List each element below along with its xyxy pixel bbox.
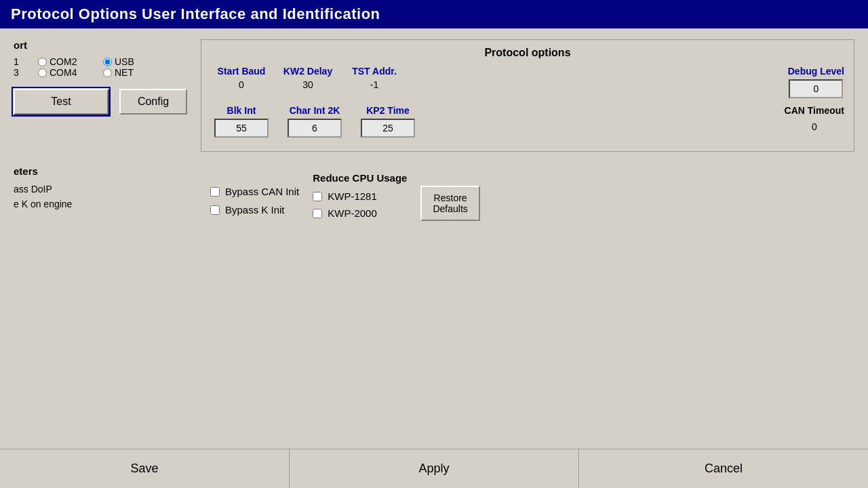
- kwp2000-checkbox[interactable]: [313, 209, 322, 218]
- protocol-row-1: Start Baud 0 KW2 Delay 30 TST Addr. -1 D…: [211, 66, 844, 98]
- can-timeout-col: CAN Timeout 0: [785, 105, 844, 135]
- start-baud-value: 0: [239, 79, 244, 90]
- apply-button[interactable]: Apply: [290, 449, 579, 488]
- kw2-delay-value: 30: [302, 79, 313, 90]
- middle-section: eters ass DoIP e K on engine Bypass CAN …: [14, 165, 854, 224]
- port-row-1: 1 COM2 USB: [14, 56, 187, 67]
- bottom-buttons: Save Apply Cancel: [0, 449, 868, 488]
- page-title: Protocol Options User Interface and Iden…: [11, 5, 380, 22]
- tst-addr-label: TST Addr.: [352, 66, 397, 77]
- param-doip: ass DoIP: [14, 184, 197, 195]
- bypass-can-init[interactable]: Bypass CAN Init: [210, 186, 299, 197]
- blk-int-input[interactable]: [214, 119, 269, 138]
- params-label: eters: [14, 165, 197, 177]
- kp2-time-input[interactable]: [361, 119, 415, 138]
- char-int-col: Char Int 2K: [277, 105, 352, 138]
- reduce-cpu-title: Reduce CPU Usage: [313, 172, 407, 184]
- kwp2000-checkbox-item[interactable]: KWP-2000: [313, 207, 377, 219]
- protocol-title: Protocol options: [211, 47, 844, 59]
- char-int-input[interactable]: [288, 119, 342, 138]
- checkboxes-area: Bypass CAN Init Bypass K Init: [210, 165, 299, 224]
- debug-level-col: Debug Level: [788, 66, 844, 98]
- radio-com2-label: COM2: [50, 56, 77, 67]
- radio-com4-label: COM4: [50, 67, 77, 78]
- save-button[interactable]: Save: [0, 449, 290, 488]
- radio-com2[interactable]: COM2: [38, 56, 92, 67]
- tst-addr-col: TST Addr. -1: [344, 66, 405, 90]
- blk-int-label: Blk Int: [227, 105, 256, 116]
- params-section: eters ass DoIP e K on engine: [14, 165, 197, 224]
- char-int-label: Char Int 2K: [290, 105, 340, 116]
- start-baud-label: Start Baud: [218, 66, 266, 77]
- bypass-k-init[interactable]: Bypass K Init: [210, 204, 299, 216]
- protocol-row-2: Blk Int Char Int 2K KP2 Time CAN Timeout…: [211, 105, 844, 138]
- bypass-can-init-label: Bypass CAN Init: [225, 186, 299, 197]
- content-area: ort 1 COM2 USB 3: [0, 28, 868, 235]
- bypass-can-init-checkbox[interactable]: [210, 187, 220, 197]
- blk-int-col: Blk Int: [211, 105, 272, 138]
- radio-usb[interactable]: USB: [103, 56, 157, 67]
- start-baud-col: Start Baud 0: [211, 66, 272, 90]
- tst-addr-value: -1: [370, 79, 378, 90]
- debug-level-input[interactable]: [789, 79, 843, 98]
- title-bar: Protocol Options User Interface and Iden…: [0, 0, 868, 28]
- radio-net[interactable]: NET: [103, 67, 157, 78]
- radio-net-label: NET: [115, 67, 134, 78]
- cancel-button[interactable]: Cancel: [579, 449, 868, 488]
- kwp1281-checkbox[interactable]: [313, 192, 322, 201]
- param-k-engine: e K on engine: [14, 199, 197, 209]
- bypass-k-init-label: Bypass K Init: [225, 204, 285, 216]
- top-section: ort 1 COM2 USB 3: [14, 39, 854, 152]
- reduce-cpu-section: Reduce CPU Usage KWP-1281 KWP-2000: [313, 165, 407, 224]
- kp2-time-col: KP2 Time: [357, 105, 418, 138]
- can-timeout-label: CAN Timeout: [785, 105, 844, 116]
- kwp2000-label: KWP-2000: [328, 207, 377, 219]
- config-button[interactable]: Config: [119, 89, 187, 115]
- main-container: Protocol Options User Interface and Iden…: [0, 0, 868, 488]
- port-label: ort: [14, 39, 187, 51]
- debug-level-label: Debug Level: [788, 66, 844, 77]
- port-num-2: 3: [14, 67, 27, 78]
- kp2-time-label: KP2 Time: [366, 105, 410, 116]
- restore-defaults-button[interactable]: Restore Defaults: [420, 186, 479, 221]
- buttons-row: Test Config: [14, 89, 187, 115]
- kw2-delay-col: KW2 Delay 30: [277, 66, 338, 90]
- protocol-section: Protocol options Start Baud 0 KW2 Delay …: [201, 39, 854, 152]
- restore-section: Restore Defaults: [420, 165, 479, 224]
- kwp1281-checkbox-item[interactable]: KWP-1281: [313, 190, 377, 202]
- radio-usb-label: USB: [115, 56, 134, 67]
- port-num-1: 1: [14, 56, 27, 67]
- port-row-2: 3 COM4 NET: [14, 67, 187, 78]
- test-button[interactable]: Test: [14, 89, 108, 115]
- can-timeout-value: 0: [805, 119, 824, 135]
- kw2-delay-label: KW2 Delay: [283, 66, 332, 77]
- kwp1281-label: KWP-1281: [328, 190, 377, 202]
- bypass-k-init-checkbox[interactable]: [210, 205, 220, 215]
- radio-com4[interactable]: COM4: [38, 67, 92, 78]
- port-section: ort 1 COM2 USB 3: [14, 39, 201, 115]
